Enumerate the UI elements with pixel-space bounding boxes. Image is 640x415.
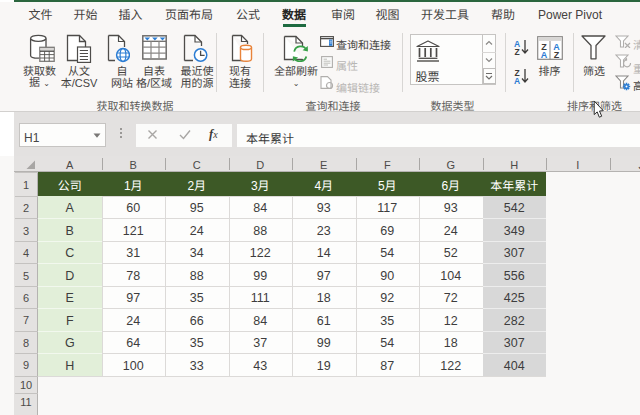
svg-text:Z: Z	[554, 50, 560, 60]
svg-text:A: A	[541, 50, 548, 60]
svg-text:A: A	[514, 76, 520, 85]
svg-text:Z: Z	[514, 47, 519, 56]
